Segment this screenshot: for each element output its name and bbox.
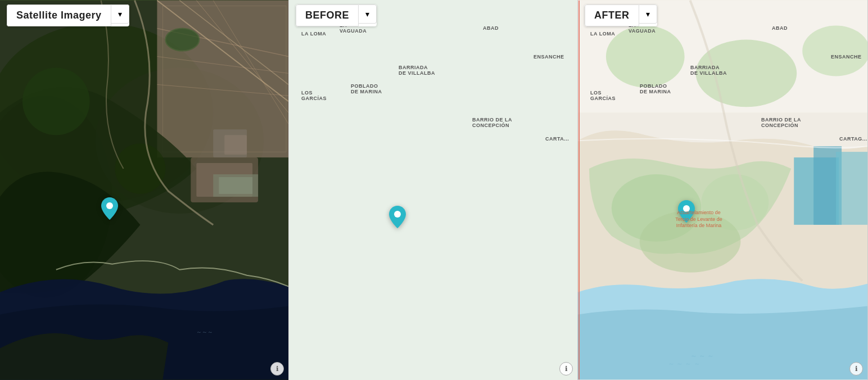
before-label-barriada: BARRIADADE VILLALBA: [399, 65, 435, 76]
satellite-header: Satellite Imagery ▾: [0, 0, 288, 31]
after-label-barriada: BARRIADADE VILLALBA: [690, 65, 727, 76]
satellite-title: Satellite Imagery: [7, 4, 111, 26]
svg-point-19: [165, 29, 199, 51]
svg-text:～ ～ ～ ～: ～ ～ ～ ～: [668, 360, 700, 368]
before-panel: ～ ～ ～ ～ ～ ～ ～ LA LOMA LAVAGUADA ABAD BAR…: [289, 0, 578, 380]
svg-point-23: [106, 202, 113, 209]
svg-point-41: [606, 26, 685, 88]
before-label-la-loma: LA LOMA: [301, 31, 326, 37]
before-label-ensanche: ENSANCHE: [534, 54, 564, 60]
after-info-button[interactable]: ℹ: [849, 362, 863, 376]
satellite-panel: ～～～ Satellite Imagery ▾ ℹ: [0, 0, 289, 380]
after-header-inner: AFTER ▾: [585, 4, 657, 26]
svg-text:～ ～ ～: ～ ～ ～: [690, 352, 715, 360]
before-header: BEFORE ▾: [289, 0, 577, 31]
info-icon: ℹ: [276, 365, 279, 373]
chevron-down-icon: ▾: [118, 10, 122, 19]
info-icon: ℹ: [565, 365, 568, 373]
svg-point-17: [22, 67, 90, 135]
before-label-poblado: POBLADODE MARINA: [351, 83, 382, 94]
svg-rect-21: [224, 135, 247, 155]
after-map-svg: ～ ～ ～ ～ ～ ～ ～: [578, 0, 867, 380]
after-label-los-garcias: LOSGARCÍAS: [590, 90, 616, 101]
after-label-barrio: BARRIO DE LACONCEPCIÓN: [761, 117, 801, 128]
after-label-ensanche: ENSANCHE: [831, 54, 862, 60]
satellite-info-button[interactable]: ℹ: [270, 362, 284, 376]
before-label-barrio: BARRIO DE LACONCEPCIÓN: [472, 117, 512, 128]
after-header: AFTER ▾: [578, 0, 867, 31]
before-title: BEFORE: [296, 4, 359, 26]
before-label-los-garcias: LOSGARCÍAS: [301, 90, 327, 101]
chevron-down-icon: ▾: [646, 10, 650, 19]
svg-point-38: [394, 211, 401, 218]
after-annotation-acuartelamiento: Acuartelamiento de Tercio de Levante de …: [673, 210, 724, 229]
info-icon: ℹ: [855, 365, 858, 373]
after-label-carta: CARTAG...: [839, 136, 867, 142]
svg-rect-16: [219, 177, 252, 194]
svg-text:～～～: ～～～: [196, 329, 213, 335]
after-label-poblado: POBLADODE MARINA: [640, 83, 671, 94]
before-info-button[interactable]: ℹ: [559, 362, 573, 376]
svg-point-18: [115, 143, 166, 194]
satellite-image: ～～～: [0, 0, 288, 380]
svg-rect-49: [836, 152, 867, 225]
svg-point-43: [802, 26, 867, 76]
after-title: AFTER: [585, 4, 639, 26]
before-map-pin: [389, 206, 406, 230]
before-label-carta: CARTA...: [545, 136, 569, 142]
before-dropdown-button[interactable]: ▾: [359, 4, 377, 24]
satellite-map-pin: [101, 197, 118, 222]
satellite-header-inner: Satellite Imagery ▾: [7, 4, 129, 26]
after-dropdown-button[interactable]: ▾: [639, 4, 657, 24]
satellite-dropdown-button[interactable]: ▾: [111, 4, 129, 24]
chevron-down-icon: ▾: [365, 10, 369, 19]
after-panel: ～ ～ ～ ～ ～ ～ ～ LA LOMA LAVAGUADA ABAD BAR…: [578, 0, 868, 380]
after-label-la-loma: LA LOMA: [590, 31, 615, 37]
before-header-inner: BEFORE ▾: [296, 4, 377, 26]
